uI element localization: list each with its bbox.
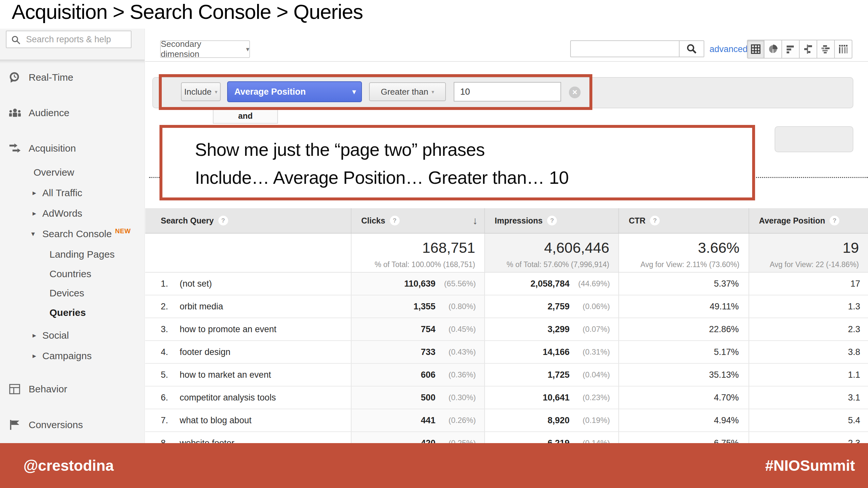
twitter-handle: @crestodina (24, 443, 114, 488)
realtime-icon (8, 72, 22, 83)
row-rank: 2. (161, 301, 180, 312)
sidebar-item-label: Behavior (29, 379, 67, 399)
filter-operator-button[interactable]: Greater than ▾ (369, 82, 446, 101)
term-cloud-view-button[interactable] (817, 40, 835, 59)
header-impressions[interactable]: Impressions ? (484, 208, 618, 233)
sidebar-search-input[interactable]: Search reports & help (6, 31, 131, 48)
sidebar-item-adwords[interactable]: ▸ AdWords (0, 205, 145, 222)
table-search-button[interactable] (680, 40, 704, 57)
sort-descending-icon[interactable]: ↓ (472, 215, 478, 227)
annotation-callout: Show me just the “page two” phrases Incl… (159, 125, 755, 200)
header-average-position[interactable]: Average Position ? (749, 208, 868, 233)
header-search-query[interactable]: Search Query ? (145, 208, 351, 233)
summary-average-position: 19 Avg for View: 22 (-14.86%) (749, 234, 868, 272)
sidebar-item-label: Search ConsoleNEW (42, 226, 131, 243)
comparison-view-button[interactable] (800, 40, 817, 59)
sidebar-item-label: Acquisition (29, 139, 76, 158)
filter-operator-label: Greater than (381, 87, 428, 97)
chevron-down-icon: ▾ (215, 89, 217, 95)
toolbar-divider (145, 61, 868, 62)
sidebar-item-overview[interactable]: Overview (0, 164, 145, 181)
search-icon (11, 35, 21, 45)
pie-chart-icon (768, 44, 778, 54)
sidebar-item-campaigns[interactable]: ▸ Campaigns (0, 348, 145, 364)
table-view-icon (750, 44, 761, 54)
row-rank: 4. (161, 347, 180, 357)
help-icon[interactable]: ? (547, 216, 557, 225)
sidebar-item-all-traffic[interactable]: ▸ All Traffic (0, 185, 145, 201)
query-link[interactable]: orbit media (180, 301, 223, 312)
sidebar-item-real-time[interactable]: Real-Time (0, 68, 145, 87)
header-ctr[interactable]: CTR ? (618, 208, 749, 233)
pivot-view-icon (838, 44, 848, 54)
chevron-down-icon: ▾ (246, 45, 249, 53)
slide: Search reports & help Real-Time Audience… (0, 0, 868, 488)
sidebar-item-countries[interactable]: Countries (0, 266, 145, 282)
term-cloud-icon (820, 44, 831, 54)
annotation-line-2: Include… Average Position… Greater than…… (195, 164, 752, 192)
filter-bar-second-row (775, 126, 854, 152)
table-search-input[interactable] (570, 40, 680, 57)
row-rank: 7. (161, 416, 180, 426)
page-title: Acquisition > Search Console > Queries (12, 0, 363, 24)
query-link[interactable]: how to market an event (180, 370, 271, 380)
summary-impressions: 4,606,446 % of Total: 57.60% (7,996,914) (484, 234, 618, 272)
sidebar: Search reports & help Real-Time Audience… (0, 29, 145, 443)
performance-view-button[interactable] (782, 40, 800, 59)
sidebar-item-label: AdWords (42, 205, 82, 222)
query-link[interactable]: footer design (180, 347, 230, 357)
sidebar-item-queries[interactable]: Queries (0, 304, 145, 321)
summary-clicks: 168,751 % of Total: 100.00% (168,751) (351, 234, 484, 272)
sidebar-item-acquisition[interactable]: Acquisition (0, 139, 145, 158)
sidebar-item-conversions[interactable]: Conversions (0, 415, 145, 435)
secondary-dimension-label: Secondary dimension (161, 39, 242, 59)
sidebar-item-landing-pages[interactable]: Landing Pages (0, 246, 145, 263)
summary-ctr: 3.66% Avg for View: 2.11% (73.60%) (618, 234, 749, 272)
sidebar-item-label: Social (42, 327, 69, 344)
sidebar-item-label: Audience (29, 103, 69, 123)
table-row: 7.what to blog about 441(0.26%) 8,920(0.… (145, 409, 868, 432)
sidebar-item-behavior[interactable]: Behavior (0, 379, 145, 399)
query-link[interactable]: what to blog about (180, 416, 252, 426)
query-link[interactable]: (not set) (180, 279, 212, 289)
query-link[interactable]: competitor analysis tools (180, 393, 276, 403)
sidebar-scroll-shadow (0, 60, 145, 63)
help-icon[interactable]: ? (830, 216, 839, 225)
search-icon (686, 43, 697, 54)
pivot-view-button[interactable] (835, 40, 852, 59)
percentage-view-button[interactable] (765, 40, 782, 59)
header-clicks[interactable]: Clicks ? ↓ (351, 208, 484, 233)
remove-filter-icon[interactable]: × (569, 87, 581, 98)
chevron-down-icon: ▾ (31, 226, 35, 242)
sidebar-item-audience[interactable]: Audience (0, 103, 145, 123)
advanced-search-link[interactable]: advanced (710, 40, 748, 58)
new-badge: NEW (115, 227, 130, 234)
row-rank: 1. (161, 279, 180, 289)
table-header-row: Search Query ? Clicks ? ↓ Impressions ? … (145, 208, 868, 234)
sidebar-item-devices[interactable]: Devices (0, 285, 145, 301)
query-link[interactable]: website footer (180, 438, 234, 444)
filter-include-button[interactable]: Include ▾ (181, 82, 221, 101)
sidebar-item-social[interactable]: ▸ Social (0, 327, 145, 344)
table-row: 6.competitor analysis tools 500(0.30%) 1… (145, 387, 868, 409)
filter-value-input[interactable] (454, 82, 561, 101)
chevron-right-icon: ▸ (33, 348, 36, 364)
row-rank: 6. (161, 393, 180, 403)
footer-bar: @crestodina #NIOSummit (0, 443, 868, 488)
sidebar-item-search-console[interactable]: ▾ Search ConsoleNEW (0, 226, 145, 242)
query-link[interactable]: how to promote an event (180, 324, 276, 334)
filter-and-tab: and (213, 109, 278, 124)
table-view-button[interactable] (747, 40, 765, 59)
sidebar-search-placeholder: Search reports & help (26, 31, 111, 47)
chevron-down-icon: ▾ (352, 87, 356, 96)
sidebar-item-label: Overview (33, 164, 74, 181)
help-icon[interactable]: ? (390, 216, 400, 225)
secondary-dimension-button[interactable]: Secondary dimension ▾ (160, 40, 250, 58)
help-icon[interactable]: ? (218, 216, 228, 225)
table-summary-row: 168,751 % of Total: 100.00% (168,751) 4,… (145, 234, 868, 273)
row-rank: 5. (161, 370, 180, 380)
filter-dimension-dropdown[interactable]: Average Position ▾ (227, 82, 362, 102)
chevron-down-icon: ▾ (432, 89, 434, 95)
help-icon[interactable]: ? (650, 216, 660, 225)
acquisition-icon (8, 143, 22, 154)
